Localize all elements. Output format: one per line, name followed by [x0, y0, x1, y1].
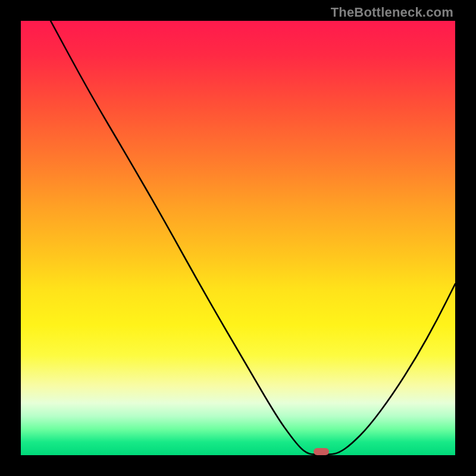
curve-svg: [21, 21, 455, 455]
optimal-marker: [314, 448, 329, 455]
bottleneck-curve: [51, 21, 455, 455]
plot-area: [21, 21, 455, 455]
chart-frame: TheBottleneck.com: [0, 0, 476, 476]
watermark-text: TheBottleneck.com: [331, 5, 453, 20]
